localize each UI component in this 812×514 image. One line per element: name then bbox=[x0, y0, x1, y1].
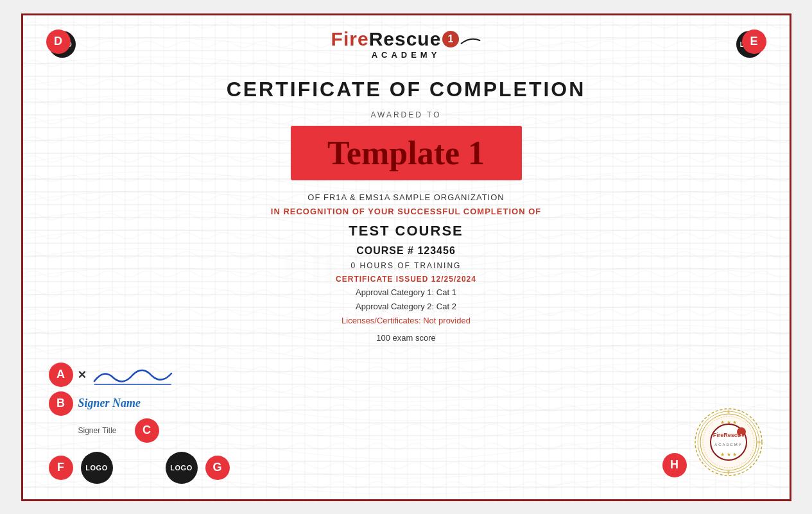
academy-text: ACADEMY bbox=[331, 50, 481, 60]
licenses: Licenses/Certificates: Not provided bbox=[336, 314, 476, 328]
recognition-text: OF FR1A & EMS1A SAMPLE ORGANIZATION IN R… bbox=[271, 191, 541, 219]
org-line1: OF FR1A & EMS1A SAMPLE ORGANIZATION bbox=[271, 191, 541, 205]
issued-label: CERTIFICATE ISSUED 12/25/2024 bbox=[336, 273, 476, 286]
certificate: FireRescue ACADEMY D LOGO FireRescue1 AC… bbox=[21, 13, 791, 501]
exam-score: 100 exam score bbox=[376, 333, 436, 343]
template-name: Template 1 bbox=[310, 135, 503, 171]
approval1: Approval Category 1: Cat 1 bbox=[336, 286, 476, 300]
header-right-logos: E LOGO bbox=[736, 31, 763, 58]
certificate-content: D LOGO FireRescue1 ACADEMY E LOGO CERTIF… bbox=[23, 15, 790, 499]
certificate-header: D LOGO FireRescue1 ACADEMY E LOGO bbox=[23, 15, 790, 60]
badge-d: D bbox=[46, 30, 71, 54]
fire-text: Fire bbox=[331, 28, 369, 49]
one-badge: 1 bbox=[442, 31, 459, 47]
course-details: COURSE # 123456 0 HOURS OF TRAINING CERT… bbox=[336, 242, 476, 328]
awarded-to-label: AWARDED TO bbox=[370, 110, 441, 119]
rescue-text: Rescue bbox=[369, 28, 442, 49]
approval2: Approval Category 2: Cat 2 bbox=[336, 300, 476, 314]
course-number: COURSE # 123456 bbox=[336, 242, 476, 259]
hours-label: 0 HOURS OF TRAINING bbox=[336, 259, 476, 272]
certificate-title: CERTIFICATE OF COMPLETION bbox=[227, 78, 586, 101]
badge-e: E bbox=[742, 30, 766, 54]
brand-logo: FireRescue1 ACADEMY bbox=[331, 30, 481, 60]
brand-name: FireRescue1 bbox=[331, 30, 481, 49]
org-line2: IN RECOGNITION OF YOUR SUCCESSFUL COMPLE… bbox=[271, 205, 541, 219]
template-name-box: Template 1 bbox=[291, 126, 522, 180]
course-name: TEST COURSE bbox=[349, 223, 463, 239]
swoosh-icon bbox=[460, 34, 481, 47]
header-left-logos: D LOGO bbox=[49, 31, 76, 58]
